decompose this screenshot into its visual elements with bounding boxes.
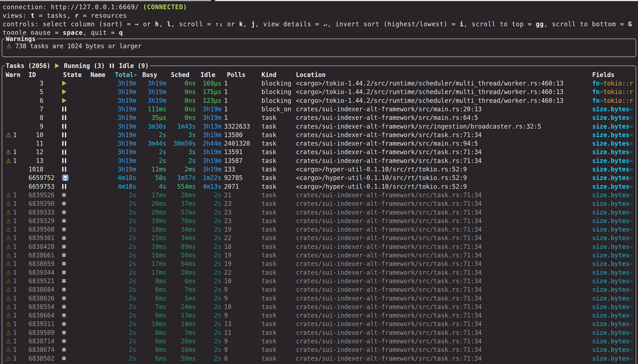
task-fields: size.bytes= bbox=[592, 242, 633, 251]
total-duration: 2s bbox=[110, 242, 136, 251]
task-row[interactable]: ⚠1 103h19m2s3s3h19m13580taskcrates/sui-i… bbox=[0, 130, 638, 139]
task-fields: size.bytes= bbox=[592, 182, 633, 191]
column-header-kind[interactable]: Kind bbox=[262, 70, 276, 79]
task-row[interactable]: ⚠168393112s10ms14ms2s13taskcrates/sui-in… bbox=[0, 320, 638, 328]
busy-duration: 3h19m bbox=[137, 88, 166, 96]
task-row[interactable]: 63h19m3h19m0ns123µs1blocking<cargo>/toki… bbox=[0, 96, 638, 105]
warnings-panel: Warnings ⚠ 738 tasks are 1024 bytes or l… bbox=[2, 38, 636, 57]
task-row[interactable]: 33h19m3h19m0ns169µs1blocking<cargo>/toki… bbox=[0, 79, 638, 88]
task-row[interactable]: 73h19m111ms0ns3h19m1block_oncrates/sui-i… bbox=[0, 105, 638, 113]
task-row[interactable]: ⚠1 123h19m2s3s3h19m13591taskcrates/sui-i… bbox=[0, 148, 638, 156]
task-fields: fn=tokio::r bbox=[592, 88, 633, 96]
connection-url: http://127.0.0.1:6669/ bbox=[51, 3, 143, 10]
column-header-name[interactable]: Name bbox=[90, 70, 105, 79]
task-fields: size.bytes= bbox=[592, 216, 633, 225]
idle-duration: 2s bbox=[197, 216, 221, 225]
busy-duration: 3m44s bbox=[137, 139, 166, 148]
warn-count: 1 bbox=[13, 302, 17, 311]
task-row[interactable]: ⚠168395262s17ms26ms2s21taskcrates/sui-in… bbox=[0, 191, 638, 199]
sched-duration: 78ms bbox=[167, 216, 196, 225]
task-id: 6838684 bbox=[28, 285, 54, 294]
task-id: 6838664 bbox=[28, 311, 54, 320]
task-row[interactable]: ⚠168386742s8ms10ms2s9taskcrates/sui-inde… bbox=[0, 345, 638, 354]
keyboard-shortcut-key: k bbox=[239, 20, 243, 28]
task-row[interactable]: 113h19m3m44s30m50s2h44m2401320taskcrates… bbox=[0, 139, 638, 148]
state-completed-icon bbox=[62, 262, 66, 266]
column-header-location[interactable]: Location bbox=[296, 70, 326, 79]
task-row[interactable]: 93h19m3m30s1m43s3h13m3322633taskcrates/s… bbox=[0, 122, 638, 130]
total-duration: 3h19m bbox=[110, 96, 136, 105]
task-row[interactable]: 83h19m35µs0ns3h19m1taskcrates/sui-indexe… bbox=[0, 113, 638, 122]
warning-triangle-icon: ⚠ bbox=[6, 157, 11, 164]
total-duration: 4m18s bbox=[110, 182, 136, 191]
task-row[interactable]: ⚠168393332s20ms57ms2s23taskcrates/sui-in… bbox=[0, 208, 638, 216]
sched-duration: 3s bbox=[167, 130, 196, 139]
task-row[interactable]: ⚠168386612s16ms50ms2s19taskcrates/sui-in… bbox=[0, 251, 638, 260]
task-row[interactable]: 66597534m18s4s554ms4m13s2071task<cargo>/… bbox=[0, 182, 638, 191]
warning-icon: ⚠ bbox=[6, 251, 11, 260]
task-state bbox=[62, 182, 66, 191]
task-row[interactable]: ⚠168393012s21ms34ms2s22taskcrates/sui-in… bbox=[0, 234, 638, 242]
state-completed-icon bbox=[62, 193, 66, 197]
task-row[interactable]: ⚠1 133h19m2s2s3h19m13587taskcrates/sui-i… bbox=[0, 156, 638, 165]
task-row[interactable]: ⚠168395092s8ms7ms2s11taskcrates/sui-inde… bbox=[0, 328, 638, 337]
help-text-segment: , scroll to top = bbox=[464, 20, 536, 28]
task-fields: size.bytes= bbox=[592, 337, 633, 345]
column-header-warn[interactable]: Warn bbox=[6, 70, 20, 79]
task-id: 6659753 bbox=[28, 182, 54, 191]
busy-duration: 6ms bbox=[137, 294, 166, 302]
task-fields: size.bytes= bbox=[592, 234, 633, 242]
task-row[interactable]: ⚠168385022s6ms50ms2s8taskcrates/sui-inde… bbox=[0, 354, 638, 363]
idle-duration: 2s bbox=[197, 354, 221, 363]
task-row[interactable]: ⚠168393292s19ms78ms2s23taskcrates/sui-in… bbox=[0, 216, 638, 225]
field-key: size.bytes bbox=[592, 148, 630, 156]
poll-count: 133 bbox=[224, 165, 235, 174]
busy-duration: 18ms bbox=[137, 225, 166, 234]
task-row[interactable]: ⚠168386642s6ms13ms2s9taskcrates/sui-inde… bbox=[0, 311, 638, 320]
task-row[interactable]: 66597524m18s58s1m57s1m22s92785task<cargo… bbox=[0, 174, 638, 182]
task-row[interactable]: ⚠168385542s7ms24ms2s10taskcrates/sui-ind… bbox=[0, 302, 638, 311]
column-header-polls[interactable]: Polls bbox=[227, 70, 246, 79]
warn-count: 1 bbox=[13, 251, 17, 260]
task-row[interactable]: ⚠168395082s18ms34ms2s19taskcrates/sui-in… bbox=[0, 225, 638, 234]
field-key: size.bytes bbox=[592, 346, 630, 353]
task-row[interactable]: ⚠168386842s6ms7ms2s9taskcrates/sui-index… bbox=[0, 285, 638, 294]
column-header-total-sorted[interactable]: Total▿ bbox=[115, 70, 137, 79]
task-row[interactable]: ⚠168386592s17ms64ms2s19taskcrates/sui-in… bbox=[0, 260, 638, 268]
column-header-busy[interactable]: Busy bbox=[142, 70, 157, 79]
task-id: 6838674 bbox=[28, 345, 54, 354]
poll-count: 19 bbox=[224, 260, 232, 268]
column-header-fields[interactable]: Fields bbox=[592, 70, 614, 79]
idle-duration: 2s bbox=[197, 225, 221, 234]
help-text-segment: views: bbox=[3, 12, 31, 19]
keyboard-shortcut-key: i bbox=[460, 20, 464, 28]
task-row[interactable]: ⚠168384282s19ms89ms2s18taskcrates/sui-in… bbox=[0, 242, 638, 251]
task-state bbox=[62, 320, 66, 328]
idle-duration: 2s bbox=[197, 337, 221, 345]
task-row[interactable]: ⚠168395212s8ms6ms2s10taskcrates/sui-inde… bbox=[0, 277, 638, 285]
task-row[interactable]: ⚠168392902s20ms37ms2s23taskcrates/sui-in… bbox=[0, 199, 638, 208]
field-key: size.bytes bbox=[592, 192, 630, 198]
task-location: crates/sui-indexer-alt-framework/src/tas… bbox=[296, 242, 482, 251]
warn-count: 1 bbox=[13, 208, 17, 216]
warning-icon: ⚠ bbox=[6, 345, 11, 354]
task-row[interactable]: ⚠168386262s6ms5ms2s9taskcrates/sui-index… bbox=[0, 294, 638, 302]
task-location: <cargo>/tokio-1.44.2/src/runtime/schedul… bbox=[296, 79, 564, 88]
column-header-idle[interactable]: Idle bbox=[200, 70, 215, 79]
task-kind: task bbox=[262, 139, 276, 148]
column-header-id[interactable]: ID bbox=[28, 70, 36, 79]
total-duration: 3h19m bbox=[110, 165, 136, 174]
column-header-sched[interactable]: Sched bbox=[171, 70, 190, 79]
warn-count: 1 bbox=[13, 285, 17, 294]
poll-count: 9 bbox=[224, 294, 228, 302]
field-key: size.bytes bbox=[592, 131, 630, 138]
idle-duration: 1m22s bbox=[197, 174, 221, 182]
task-row[interactable]: 10183h19m11ms2ms3h19m133task<cargo>/hype… bbox=[0, 165, 638, 174]
task-kind: task bbox=[262, 328, 276, 337]
idle-duration: 3h19m bbox=[197, 148, 221, 156]
task-row[interactable]: ⚠168387142s6ms20ms2s9taskcrates/sui-inde… bbox=[0, 337, 638, 345]
task-row[interactable]: 53h19m3h19m0ns175µs1blocking<cargo>/toki… bbox=[0, 88, 638, 96]
warning-icon: ⚠ bbox=[6, 302, 11, 311]
column-header-state[interactable]: State bbox=[63, 70, 82, 79]
task-row[interactable]: ⚠168393442s17ms28ms2s22taskcrates/sui-in… bbox=[0, 268, 638, 277]
